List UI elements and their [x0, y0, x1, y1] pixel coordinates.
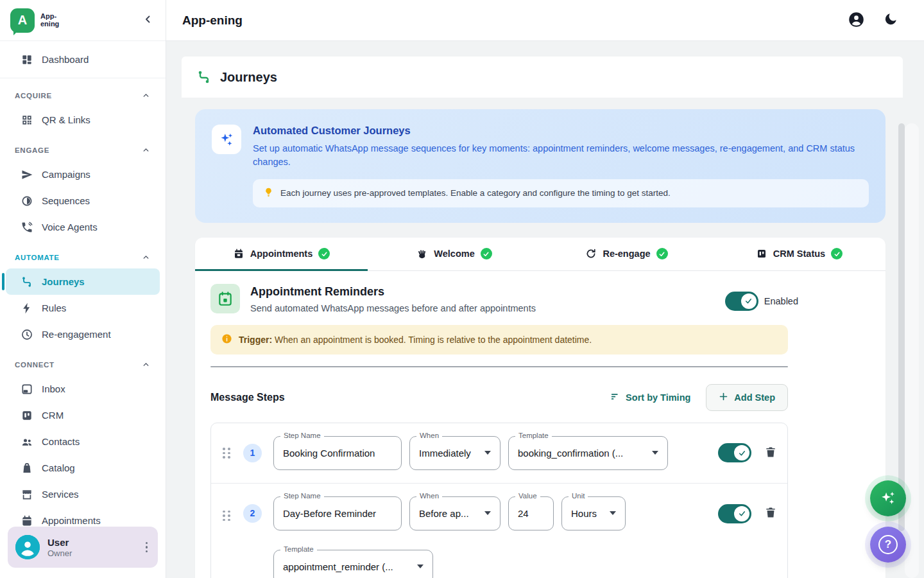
section-header-automate[interactable]: AUTOMATE: [0, 247, 166, 268]
section-header-acquire[interactable]: ACQUIRE: [0, 85, 166, 107]
trigger-text: Trigger: When an appointment is booked. …: [239, 335, 592, 345]
app-title: App-ening: [182, 13, 243, 28]
sidebar-item-journeys[interactable]: Journeys: [6, 268, 160, 295]
chevron-up-icon: [142, 146, 150, 155]
section-header-connect[interactable]: CONNECT: [0, 354, 166, 376]
dark-mode-button[interactable]: [883, 12, 898, 29]
journeys-card: Appointments Welcome Re-engage: [195, 238, 886, 578]
sidebar-item-contacts[interactable]: Contacts: [6, 428, 160, 455]
step-row-1: 1 Step Name When Immediately: [211, 423, 787, 483]
user-menu-button[interactable]: [143, 539, 151, 556]
tab-crm-status[interactable]: CRM Status: [713, 238, 886, 270]
ai-assistant-fab[interactable]: [870, 480, 906, 516]
step-toggle[interactable]: [718, 443, 751, 462]
template-select[interactable]: Template booking_confirmation (...: [508, 436, 668, 470]
user-card[interactable]: User Owner: [8, 527, 158, 568]
check-badge-icon: [481, 248, 492, 259]
unit-select[interactable]: Unit Hours: [561, 496, 626, 530]
tab-welcome[interactable]: Welcome: [368, 238, 540, 270]
value-input[interactable]: [518, 508, 544, 519]
add-step-button[interactable]: Add Step: [706, 384, 788, 411]
sidebar-item-label: Appointments: [42, 515, 101, 526]
when-select[interactable]: When Before ap...: [409, 496, 501, 530]
caret-down-icon: [484, 511, 491, 515]
sidebar-item-label: Rules: [42, 302, 66, 313]
step-name-field[interactable]: Step Name: [273, 436, 402, 470]
sidebar-item-qr-links[interactable]: QR & Links: [6, 107, 160, 133]
inbox-icon: [21, 383, 33, 396]
step-fields: Step Name When Immediately Template: [273, 436, 668, 470]
scrollbar-track[interactable]: [905, 123, 919, 578]
caret-down-icon: [484, 451, 491, 455]
account-button[interactable]: [848, 11, 865, 30]
sidebar-item-sequences[interactable]: Sequences: [6, 188, 160, 214]
tab-appointments[interactable]: Appointments: [195, 238, 368, 270]
sidebar-item-label: Services: [42, 489, 79, 500]
sort-icon: [610, 391, 620, 404]
template-select[interactable]: Template appointment_reminder (...: [273, 550, 433, 578]
enable-toggle[interactable]: [725, 292, 758, 311]
help-fab[interactable]: ?: [870, 527, 906, 563]
sidebar-item-crm[interactable]: CRM: [6, 402, 160, 428]
delete-step-button[interactable]: [764, 446, 777, 460]
step-name-field[interactable]: Step Name: [273, 496, 402, 530]
banner-text: Automated Customer Journeys Set up autom…: [253, 125, 869, 207]
drag-handle-icon[interactable]: [221, 509, 232, 523]
chevron-up-icon: [142, 360, 150, 370]
scrollbar-thumb[interactable]: [898, 123, 905, 531]
topbar: App-ening: [166, 0, 924, 41]
sidebar-nav: Dashboard ACQUIRE QR & Links ENGAGE Camp…: [0, 41, 166, 534]
toggle-check-icon: [741, 293, 757, 309]
when-select[interactable]: When Immediately: [409, 436, 501, 470]
user-role: Owner: [47, 548, 135, 558]
step-toggle[interactable]: [718, 504, 751, 523]
sidebar-item-inbox[interactable]: Inbox: [6, 376, 160, 402]
trash-icon: [764, 506, 777, 521]
sidebar-item-rules[interactable]: Rules: [6, 295, 160, 321]
chevron-left-icon: [142, 13, 154, 28]
dashboard-icon: [21, 53, 33, 66]
lightbulb-icon: [263, 187, 274, 200]
check-badge-icon: [318, 248, 330, 259]
sidebar-collapse-button[interactable]: [142, 13, 154, 28]
sidebar-item-label: Dashboard: [42, 54, 89, 65]
sidebar-item-re-engagement[interactable]: Re-engagement: [6, 321, 160, 347]
sidebar-item-campaigns[interactable]: Campaigns: [6, 161, 160, 188]
banner-tip-text: Each journey uses pre-approved templates…: [280, 188, 671, 198]
logo-text: App-ening: [40, 13, 59, 28]
steps-header: Message Steps Sort by Timing Add Step: [210, 384, 788, 411]
caret-down-icon: [652, 451, 658, 455]
step-name-input[interactable]: [283, 448, 392, 459]
send-icon: [21, 168, 33, 181]
storefront-icon: [21, 488, 33, 501]
sidebar-item-label: Inbox: [42, 383, 65, 394]
section-header-engage[interactable]: ENGAGE: [0, 139, 166, 161]
step-name-input[interactable]: [283, 508, 392, 519]
sidebar-item-services[interactable]: Services: [6, 481, 160, 507]
tab-re-engage[interactable]: Re-engage: [540, 238, 713, 270]
steps-title: Message Steps: [210, 392, 285, 403]
sidebar: A App-ening Dashboard ACQUIRE QR & Li: [0, 0, 166, 578]
person-circle-icon: [848, 11, 865, 30]
value-field[interactable]: Value: [508, 496, 554, 530]
delete-step-button[interactable]: [764, 506, 777, 521]
plus-icon: [719, 392, 728, 403]
sort-by-timing-button[interactable]: Sort by Timing: [610, 391, 690, 404]
check-badge-icon: [831, 248, 843, 259]
waving-hand-icon: [416, 248, 428, 260]
tab-bar: Appointments Welcome Re-engage: [195, 238, 886, 271]
phone-icon: [21, 221, 33, 234]
kanban-icon: [21, 409, 33, 422]
sidebar-item-label: Campaigns: [42, 169, 90, 180]
sidebar-item-catalog[interactable]: Catalog: [6, 455, 160, 481]
drag-handle-icon[interactable]: [221, 446, 232, 460]
sidebar-item-dashboard[interactable]: Dashboard: [6, 46, 160, 73]
people-icon: [21, 435, 33, 448]
app-logo: A App-ening: [10, 8, 59, 33]
sparkles-icon: [212, 125, 241, 154]
step-actions: [718, 504, 777, 523]
sidebar-item-voice-agents[interactable]: Voice Agents: [6, 214, 160, 240]
moon-icon: [883, 12, 898, 29]
calendar-check-icon: [210, 284, 240, 313]
step-number: 1: [243, 444, 262, 462]
